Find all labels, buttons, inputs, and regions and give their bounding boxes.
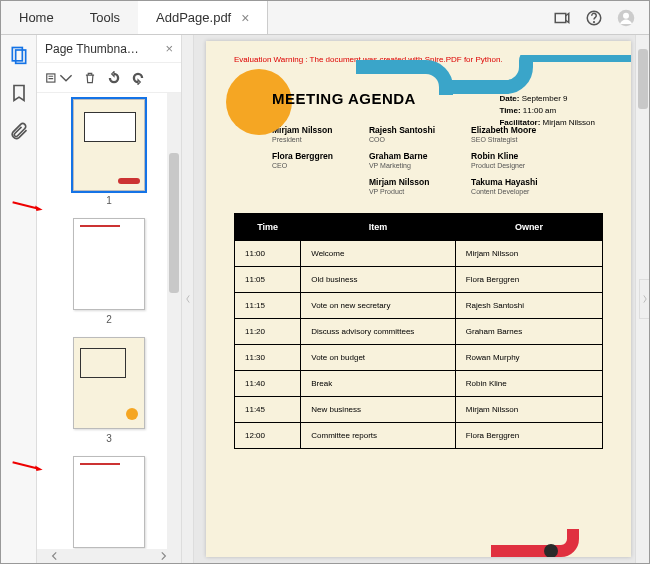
agenda-table: Time Item Owner 11:00WelcomeMirjam Nilss… [234, 213, 603, 449]
close-tab-icon[interactable]: × [241, 10, 249, 26]
person-role: SEO Strategist [471, 136, 537, 143]
left-rail [1, 35, 37, 563]
attendee-list: Mirjam NilssonPresidentFlora BerggrenCEO… [272, 125, 603, 195]
tab-home[interactable]: Home [1, 1, 72, 34]
svg-rect-0 [555, 13, 566, 22]
page-number: 3 [106, 433, 112, 444]
document-viewport[interactable]: Evaluation Warning : The document was cr… [194, 35, 649, 563]
person-role: CEO [272, 162, 333, 169]
thumbnail-page-2[interactable] [73, 218, 145, 310]
thumbnails-panel: Page Thumbna… × 1 2 3 4 [37, 35, 182, 563]
share-icon[interactable] [553, 9, 571, 27]
person-role: Content Developer [471, 188, 537, 195]
options-dropdown[interactable] [45, 71, 73, 85]
annotation-arrow [2, 200, 52, 210]
delete-page-icon[interactable] [83, 71, 97, 85]
help-icon[interactable] [585, 9, 603, 27]
close-panel-icon[interactable]: × [165, 41, 173, 56]
page-number: 1 [106, 195, 112, 206]
thumbnails-icon[interactable] [9, 45, 29, 65]
person-role: Product Designer [471, 162, 537, 169]
page-number: 2 [106, 314, 112, 325]
table-row: 11:30Vote on budgetRowan Murphy [235, 345, 603, 371]
table-row: 11:20Discuss advisory committeesGraham B… [235, 319, 603, 345]
tab-file[interactable]: AddPage.pdf × [138, 1, 268, 34]
table-row: 11:40BreakRobin Kline [235, 371, 603, 397]
svg-point-4 [623, 12, 629, 18]
tab-tools[interactable]: Tools [72, 1, 138, 34]
bookmark-icon[interactable] [9, 83, 29, 103]
table-row: 11:45New businessMirjam Nilsson [235, 397, 603, 423]
person-name: Takuma Hayashi [471, 177, 537, 187]
document-title: MEETING AGENDA [272, 90, 603, 107]
svg-marker-10 [35, 205, 43, 211]
person-name: Robin Kline [471, 151, 537, 161]
person-role: President [272, 136, 333, 143]
col-owner: Owner [455, 214, 602, 241]
thumbnail-scrollbar[interactable] [167, 93, 181, 549]
svg-marker-12 [35, 465, 43, 471]
thumbnail-list: 1 2 3 4 [37, 93, 181, 549]
person-name: Mirjam Nilsson [272, 125, 333, 135]
thumbnail-toolbar [37, 63, 181, 93]
thumbnail-page-4[interactable] [73, 456, 145, 548]
person-name: Flora Berggren [272, 151, 333, 161]
annotation-arrow [2, 460, 52, 470]
thumbnails-title: Page Thumbna… [45, 42, 139, 56]
table-row: 11:05Old businessFlora Berggren [235, 267, 603, 293]
attachment-icon[interactable] [9, 121, 29, 141]
person-role: COO [369, 136, 435, 143]
person-name: Graham Barne [369, 151, 435, 161]
thumbnail-hscrollbar[interactable] [37, 549, 181, 563]
table-row: 11:15Vote on new secretaryRajesh Santosh… [235, 293, 603, 319]
tab-file-label: AddPage.pdf [156, 10, 231, 25]
document-page: Evaluation Warning : The document was cr… [206, 41, 631, 557]
col-item: Item [301, 214, 456, 241]
thumbnail-page-3[interactable] [73, 337, 145, 429]
top-tab-bar: Home Tools AddPage.pdf × [1, 1, 649, 35]
panel-resize-handle[interactable] [182, 35, 194, 563]
col-time: Time [235, 214, 301, 241]
thumbnail-page-1[interactable] [73, 99, 145, 191]
account-icon[interactable] [617, 9, 635, 27]
decor-shape [356, 55, 631, 95]
person-name: Rajesh Santoshi [369, 125, 435, 135]
person-role: VP Product [369, 188, 435, 195]
table-row: 11:00WelcomeMirjam Nilsson [235, 241, 603, 267]
svg-line-9 [13, 202, 38, 208]
person-name: Mirjam Nilsson [369, 177, 435, 187]
svg-line-11 [13, 462, 38, 468]
decor-shape-bottom [491, 529, 611, 557]
table-row: 12:00Committee reportsFlora Berggren [235, 423, 603, 449]
rotate-ccw-icon[interactable] [107, 71, 121, 85]
person-role: VP Marketing [369, 162, 435, 169]
right-panel-handle[interactable] [639, 279, 649, 319]
rotate-cw-icon[interactable] [131, 71, 145, 85]
svg-point-2 [594, 21, 595, 22]
